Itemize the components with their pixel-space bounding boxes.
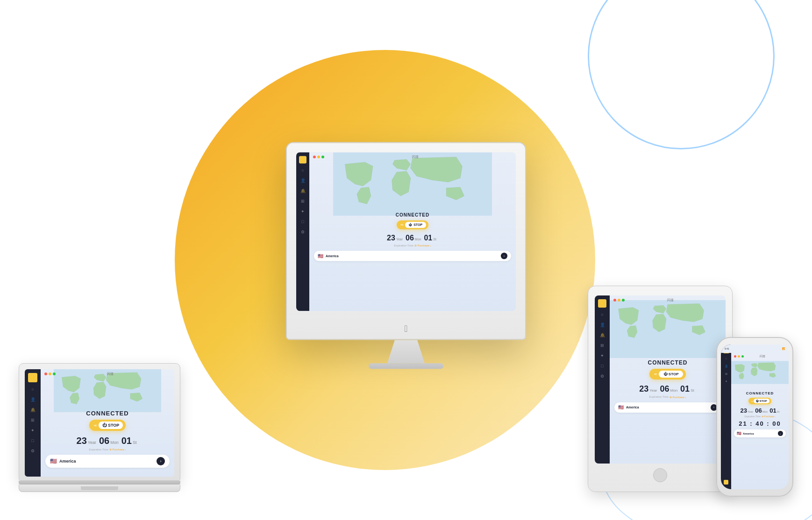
tablet-status: CONNECTED << ⏻ STOP 23 Year — [610, 359, 726, 413]
laptop-chevrons: << — [94, 423, 96, 428]
imac-logo: ⚡ — [299, 156, 306, 163]
phone-expiry-label: Expiration Time ⊕ Purchase › — [744, 415, 775, 418]
tablet-icon-4: ⊞ — [599, 342, 605, 349]
phone-day-num: 01 — [769, 407, 776, 414]
phone-stop-pill[interactable]: ⏻ STOP — [754, 399, 769, 403]
phone-status-area: CONNECTED « ⏻ STOP 23 Year 06 — [731, 391, 789, 437]
laptop-location-name: America — [59, 459, 154, 464]
phone-location-arrow[interactable]: › — [778, 431, 783, 436]
laptop-status: CONNECTED << ⏻ STOP 23 Year — [41, 410, 174, 468]
imac-location-arrow[interactable]: › — [501, 253, 507, 259]
imac-connected-label: CONNECTED — [396, 212, 429, 218]
tablet-titlebar: 闪连 — [610, 295, 726, 305]
imac-purchase-link[interactable]: ⊕ Purchase › — [414, 244, 431, 247]
laptop-titlebar: 闪连 — [41, 369, 174, 379]
scene: ⚡ ○ 👤 🔔 ⊞ ✦ □ ⚙ — [0, 0, 812, 520]
laptop-year-unit: Year — [88, 440, 96, 445]
laptop-day-unit: St — [133, 440, 137, 445]
imac-icon-square: □ — [299, 218, 306, 225]
imac-icon-globe: ○ — [299, 167, 306, 174]
imac-monitor: ⚡ ○ 👤 🔔 ⊞ ✦ □ ⚙ — [286, 142, 526, 340]
laptop-day-num: 01 — [121, 436, 132, 446]
laptop-year-num: 23 — [77, 436, 87, 446]
laptop-connected-label: CONNECTED — [86, 410, 128, 417]
imac-icon-tools: ✦ — [299, 208, 306, 215]
imac-icon-bell: 🔔 — [299, 188, 306, 194]
laptop-screen: ⚡ ○ 👤 🔔 ⊞ ✦ □ ⚙ — [25, 369, 174, 477]
imac-expiry-label: Expiration Time ⊕ Purchase › — [394, 244, 431, 247]
tablet-app-title: 闪连 — [619, 298, 722, 302]
laptop-expiry-label: Expiration Time ⊕ Purchase › — [89, 448, 126, 451]
phone-flag: 🇺🇸 — [737, 431, 741, 436]
laptop-location-arrow[interactable]: › — [157, 457, 165, 465]
phone-main: CONNECTED « ⏻ STOP 23 Year 06 — [731, 344, 789, 489]
imac-flag: 🇺🇸 — [318, 253, 323, 259]
laptop-month-unit: Mon — [110, 440, 119, 445]
laptop-app-title: 闪连 — [50, 372, 171, 376]
laptop-logo: ⚡ — [28, 373, 37, 382]
imac-chevrons: << — [400, 223, 403, 227]
laptop-icon-5: ✦ — [29, 427, 36, 434]
phone-year-unit: Year — [748, 410, 753, 413]
imac-month-unit: Mon — [415, 238, 421, 241]
phone-status-icons: 📶 — [782, 347, 785, 350]
phone-purchase-link[interactable]: ⊕ Purchase › — [762, 415, 776, 418]
tablet-logo: ⚡ — [598, 299, 606, 308]
imac-stop-label: STOP — [413, 223, 422, 226]
phone-icon-4: ✦ — [724, 379, 728, 383]
imac-stop-pill[interactable]: ⏻ STOP — [405, 222, 426, 228]
phone-expiry-row: 23 Year 06 Mon 01 St — [741, 407, 780, 414]
laptop-flag: 🇺🇸 — [50, 458, 57, 464]
imac-app-title: 闪连 — [319, 155, 512, 159]
tablet-stop-pill[interactable]: ⏻ STOP — [659, 371, 684, 378]
imac-power-icon: ⏻ — [409, 223, 412, 226]
tablet-main: 闪连 CONNECTED << ⏻ STOP — [610, 295, 726, 464]
phone-timer: 21 : 40 : 00 — [739, 420, 781, 427]
apple-logo:  — [404, 323, 407, 334]
laptop-icon-6: □ — [29, 437, 36, 444]
phone-icon-1: ○ — [724, 356, 728, 361]
imac-sidebar: ⚡ ○ 👤 🔔 ⊞ ✦ □ ⚙ — [296, 152, 309, 311]
blue-arc-top — [588, 0, 775, 149]
imac-power-button[interactable]: << ⏻ STOP — [397, 220, 428, 229]
tablet-location-row[interactable]: 🇺🇸 America › — [614, 402, 721, 413]
phone-frame: 9:41 📶 闪连 ⚡ ○ 👤 ⊞ ✦ — [716, 337, 793, 497]
phone-month-unit: Mon — [762, 410, 768, 413]
tablet-month-unit: Mon — [670, 388, 678, 393]
laptop-icon-2: 👤 — [29, 396, 36, 403]
phone-body: 9:41 📶 闪连 ⚡ ○ 👤 ⊞ ✦ — [716, 337, 793, 497]
tablet-tl-red — [613, 299, 616, 302]
imac-icon-user: 👤 — [299, 177, 306, 184]
tablet-sidebar: ⚡ ○ 👤 🔔 ⊞ ✦ □ ⚙ — [595, 295, 610, 464]
phone-tl-red — [734, 355, 736, 358]
imac-icon-grid: ⊞ — [299, 198, 306, 204]
tablet-frame: ⚡ ○ 👤 🔔 ⊞ ✦ □ ⚙ — [588, 286, 733, 492]
laptop-expiry-row: 23 Year 06 Mon 01 St — [77, 436, 139, 446]
phone-power-button[interactable]: « ⏻ STOP — [748, 398, 771, 404]
imac-base — [369, 363, 443, 369]
imac-location-row[interactable]: 🇺🇸 America › — [314, 251, 511, 261]
laptop-main: 闪连 CONNECTED << ⏻ STOP — [41, 369, 174, 477]
laptop-purchase-link[interactable]: ⊕ Purchase › — [109, 448, 126, 451]
phone-location-row[interactable]: 🇺🇸 America › — [734, 429, 786, 437]
laptop-stop-pill[interactable]: ⏻ STOP — [99, 422, 123, 429]
tablet-vpn-app: ⚡ ○ 👤 🔔 ⊞ ✦ □ ⚙ — [595, 295, 726, 464]
tablet-year-unit: Year — [649, 388, 657, 393]
tablet-year-num: 23 — [639, 384, 648, 394]
laptop-location-row[interactable]: 🇺🇸 America › — [45, 455, 170, 468]
tablet-home-button[interactable] — [653, 468, 667, 482]
imac-location-name: America — [326, 254, 499, 258]
tablet-icon-7: ⚙ — [599, 373, 605, 379]
imac-day-num: 01 — [424, 234, 432, 242]
imac-map — [309, 152, 516, 216]
tablet-stop-label: STOP — [669, 372, 679, 376]
tablet-chevrons: << — [654, 372, 656, 376]
tablet-map — [610, 295, 726, 363]
tablet-expiry-row: 23 Year 06 Mon 01 St — [639, 384, 696, 394]
phone-connected-label: CONNECTED — [746, 391, 774, 395]
laptop-power-button[interactable]: << ⏻ STOP — [89, 420, 126, 431]
tablet-power-button[interactable]: << ⏻ STOP — [649, 369, 686, 379]
tablet-purchase-link[interactable]: ⊕ Purchase › — [670, 395, 686, 399]
imac-icon-settings: ⚙ — [299, 229, 306, 235]
tablet-flag: 🇺🇸 — [618, 405, 624, 410]
